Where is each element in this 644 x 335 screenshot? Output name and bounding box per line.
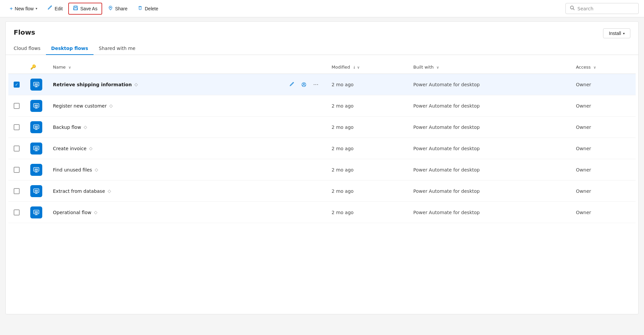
svg-point-11 [303,83,305,85]
row-checkbox-cell[interactable] [8,117,25,138]
row-edit-button[interactable] [287,80,297,90]
row-modified-cell: 2 mo ago [326,138,408,159]
row-access-cell: Owner [570,117,636,138]
header-name[interactable]: Name ∨ [48,60,326,74]
name-sort-icon: ∨ [69,65,71,70]
name-column-label: Name [53,65,66,70]
table-container: 🔑 Name ∨ Modified ↓ ∨ Built with ∨ [6,55,638,223]
premium-icon: ◇ [84,125,87,130]
svg-rect-31 [35,190,38,192]
flow-type-icon [30,164,42,176]
premium-icon: ◇ [108,188,111,193]
row-icon-cell [25,138,48,159]
row-access-cell: Owner [570,74,636,95]
row-built-with-cell: Power Automate for desktop [408,95,571,117]
tab-shared-with-me[interactable]: Shared with me [94,42,141,55]
plus-icon: + [10,6,13,12]
edit-label: Edit [55,6,63,11]
flow-type-icon [30,206,42,218]
page-header: Flows Install ▾ [6,22,638,38]
svg-rect-2 [74,8,77,10]
checkbox-unchecked[interactable] [14,167,20,173]
svg-point-3 [110,7,111,8]
tab-desktop-flows[interactable]: Desktop flows [46,42,94,55]
row-access: Owner [576,125,591,130]
modified-column-label: Modified [331,65,350,70]
svg-rect-15 [35,105,38,107]
header-modified[interactable]: Modified ↓ ∨ [326,60,408,74]
row-built-with: Power Automate for desktop [413,146,480,151]
row-access: Owner [576,167,591,172]
header-check [8,60,25,74]
table-row[interactable]: Create invoice ◇ 2 mo agoPower Automate … [8,138,636,159]
search-box[interactable]: Search [565,3,639,14]
row-modified-cell: 2 mo ago [326,159,408,180]
share-label: Share [115,6,127,11]
flow-name: Operational flow [53,210,91,215]
new-flow-button[interactable]: + New flow ▾ [5,3,42,15]
table-row[interactable]: Extract from database ◇ 2 mo agoPower Au… [8,180,636,202]
toolbar: + New flow ▾ Edit Save As Share [0,0,644,17]
checkbox-unchecked[interactable] [14,209,20,215]
save-as-button[interactable]: Save As [68,3,102,15]
checkbox-checked[interactable]: ✓ [14,82,20,88]
share-button[interactable]: Share [104,3,132,15]
row-icon-cell [25,74,48,95]
flow-type-icon [30,100,42,112]
flow-type-icon [30,121,42,133]
checkbox-unchecked[interactable] [14,188,20,194]
premium-icon: ◇ [89,146,93,151]
row-built-with: Power Automate for desktop [413,188,480,194]
table-row[interactable]: Find unused files ◇ 2 mo agoPower Automa… [8,159,636,180]
table-row[interactable]: Register new customer ◇ 2 mo agoPower Au… [8,95,636,117]
flow-name: Backup flow [53,125,81,130]
row-checkbox-cell[interactable] [8,202,25,223]
svg-rect-27 [35,168,38,170]
table-row[interactable]: ✓ Retrieve shipping information ◇ [8,74,636,95]
search-placeholder: Search [577,6,593,11]
flow-name: Extract from database [53,188,105,194]
row-modified-cell: 2 mo ago [326,95,408,117]
checkbox-unchecked[interactable] [14,124,20,130]
row-checkbox-cell[interactable] [8,180,25,202]
row-checkbox-cell[interactable] [8,138,25,159]
row-name-cell: Create invoice ◇ [48,138,326,159]
row-checkbox-cell[interactable]: ✓ [8,74,25,95]
row-modified: 2 mo ago [331,188,353,194]
header-built-with[interactable]: Built with ∨ [408,60,571,74]
row-access: Owner [576,210,591,215]
main-content: Flows Install ▾ Cloud flows Desktop flow… [5,21,639,314]
table-row[interactable]: Backup flow ◇ 2 mo agoPower Automate for… [8,117,636,138]
new-flow-label: New flow [15,6,34,11]
row-access-cell: Owner [570,159,636,180]
premium-icon: ◇ [134,82,138,87]
row-name-cell: Operational flow ◇ [48,202,326,223]
checkbox-unchecked[interactable] [14,103,20,109]
premium-icon: ◇ [109,103,112,108]
header-access[interactable]: Access ∨ [570,60,636,74]
row-access-cell: Owner [570,180,636,202]
checkbox-unchecked[interactable] [14,146,20,152]
flow-name: Find unused files [53,167,92,172]
row-built-with-cell: Power Automate for desktop [408,180,571,202]
search-icon [570,5,575,12]
delete-button[interactable]: Delete [133,3,162,15]
install-button[interactable]: Install ▾ [603,28,630,38]
svg-line-5 [573,9,574,10]
page-title: Flows [14,28,35,36]
modified-sort-icon: ↓ ∨ [353,65,360,70]
share-icon [108,5,113,12]
row-more-button[interactable]: ⋯ [311,80,321,90]
row-checkbox-cell[interactable] [8,159,25,180]
row-access: Owner [576,82,591,87]
row-built-with-cell: Power Automate for desktop [408,74,571,95]
svg-rect-23 [35,147,38,149]
table-row[interactable]: Operational flow ◇ 2 mo agoPower Automat… [8,202,636,223]
tab-cloud-flows[interactable]: Cloud flows [14,42,46,55]
flow-name: Create invoice [53,146,87,151]
edit-button[interactable]: Edit [43,3,67,15]
row-share-button[interactable] [299,80,309,90]
row-access-cell: Owner [570,138,636,159]
row-checkbox-cell[interactable] [8,95,25,117]
row-modified-cell: 2 mo ago [326,202,408,223]
